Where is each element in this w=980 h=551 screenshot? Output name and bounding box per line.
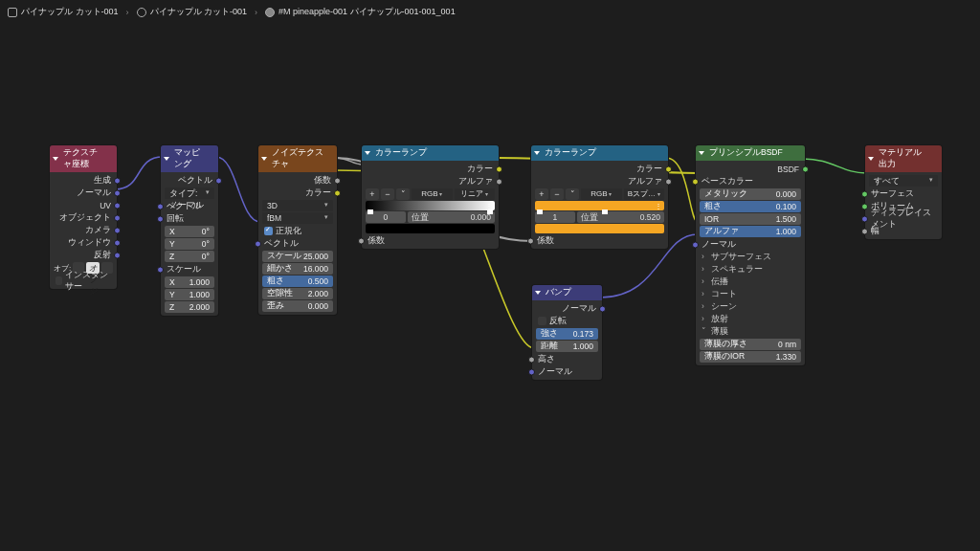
add-stop-button[interactable]: +: [535, 188, 548, 200]
color-swatch[interactable]: [366, 224, 495, 233]
instancer-toggle[interactable]: インスタンサー: [50, 275, 117, 287]
ramp-menu-button[interactable]: ˅: [566, 188, 579, 200]
node-header[interactable]: テクスチャ座標: [50, 145, 117, 172]
invert-toggle[interactable]: 反転: [532, 315, 602, 327]
node-colorramp-1[interactable]: カラーランプ カラー アルファ + − ˅ RGB リニア ⋮ 0 位置0.00…: [362, 145, 499, 249]
remove-stop-button[interactable]: −: [550, 188, 564, 200]
node-material-output[interactable]: マテリアル出力 すべて サーフェス ボリューム ディスプレイスメント 幅: [865, 145, 942, 239]
node-noise[interactable]: ノイズテクスチャ 係数 カラー 3D fBM 正規化 ベクトル スケール25.0…: [258, 145, 337, 315]
color-ramp-gradient[interactable]: ⋮: [366, 201, 495, 210]
node-header[interactable]: マッピング: [161, 145, 218, 172]
remove-stop-button[interactable]: −: [381, 188, 394, 200]
node-texcoord[interactable]: テクスチャ座標 生成 ノーマル UV オブジェクト カメラ ウィンドウ 反射 オ…: [50, 145, 117, 289]
ramp-menu-button[interactable]: ˅: [396, 188, 410, 200]
node-bump[interactable]: バンプ ノーマル 反転 強さ0.173 距離1.000 高さ ノーマル: [532, 285, 602, 380]
normalize-toggle[interactable]: 正規化: [258, 225, 337, 237]
mapping-type[interactable]: タイプ: ノーマル: [165, 187, 214, 199]
node-header[interactable]: ノイズテクスチャ: [258, 145, 337, 172]
node-header[interactable]: カラーランプ: [531, 145, 668, 161]
node-header[interactable]: プリンシプルBSDF: [696, 145, 805, 161]
node-mapping[interactable]: マッピング ベクトル タイプ: ノーマル ベクトル 回転 X0° Y0° Z0°…: [161, 145, 218, 316]
node-header[interactable]: カラーランプ: [362, 145, 499, 161]
add-stop-button[interactable]: +: [366, 188, 379, 200]
node-principled-bsdf[interactable]: プリンシプルBSDF BSDF ベースカラー メタリック0.000 粗さ0.10…: [696, 145, 805, 365]
node-colorramp-2[interactable]: カラーランプ カラー アルファ + − ˅ RGB Bスプ… ⋮ 1 位置0.5…: [531, 145, 668, 249]
color-ramp-gradient[interactable]: ⋮: [535, 201, 664, 210]
color-swatch[interactable]: [535, 224, 664, 233]
node-header[interactable]: マテリアル出力: [865, 145, 942, 172]
node-header[interactable]: バンプ: [532, 285, 602, 300]
